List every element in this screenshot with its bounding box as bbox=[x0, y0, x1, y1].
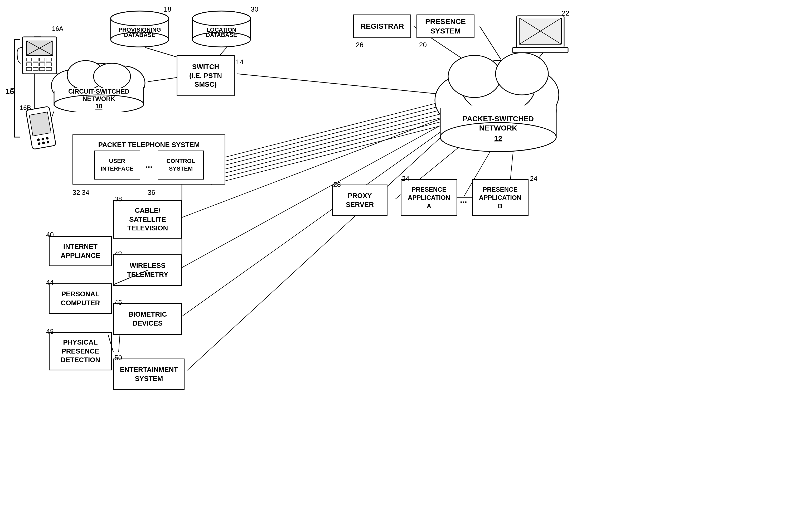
internet-appliance-ref: 40 bbox=[46, 231, 54, 239]
svg-rect-80 bbox=[26, 63, 32, 66]
proxy-server-node: PROXYSERVER bbox=[332, 185, 387, 216]
internet-appliance-node: INTERNETAPPLIANCE bbox=[49, 236, 112, 266]
entertainment-system-node: ENTERTAINMENTSYSTEM bbox=[113, 359, 185, 390]
brace-16 bbox=[9, 37, 22, 142]
mobile-16b-illustration: 16B bbox=[18, 106, 61, 159]
wireless-telemetry-node: WIRELESSTELEMETRY bbox=[113, 254, 182, 286]
svg-point-30 bbox=[111, 11, 169, 26]
laptop-ref: 22 bbox=[562, 9, 570, 17]
cable-tv-ref: 38 bbox=[114, 195, 122, 203]
wireless-telemetry-ref: 42 bbox=[114, 250, 122, 258]
switch-node: SWITCH(I.E. PSTNSMSC) bbox=[177, 55, 235, 96]
provisioning-database: PROVISIONING DATABASE 18 bbox=[108, 11, 171, 49]
svg-rect-89 bbox=[29, 112, 51, 136]
svg-rect-71 bbox=[513, 48, 568, 53]
control-system-node: CONTROLSYSTEM bbox=[158, 151, 204, 179]
presence-app-b-node: PRESENCEAPPLICATIONB bbox=[472, 179, 528, 216]
svg-line-12 bbox=[211, 120, 448, 180]
location-database: LOCATION DATABASE 30 bbox=[190, 11, 253, 49]
packet-telephone-outer: PACKET TELEPHONE SYSTEM USERINTERFACE ..… bbox=[73, 134, 225, 185]
presence-app-b-ref: 24 bbox=[530, 174, 538, 183]
cable-tv-node: CABLE/SATELLITETELEVISION bbox=[113, 201, 182, 239]
svg-rect-86 bbox=[40, 68, 45, 71]
svg-text:10: 10 bbox=[95, 102, 102, 110]
registrar-node: REGISTRAR bbox=[353, 15, 411, 38]
biometric-devices-node: BIOMETRICDEVICES bbox=[113, 303, 182, 335]
diagram: PROVISIONING DATABASE 18 LOCATION DATABA… bbox=[0, 0, 790, 532]
svg-point-46 bbox=[94, 63, 131, 90]
svg-rect-85 bbox=[33, 68, 38, 71]
switch-ref: 14 bbox=[236, 58, 244, 66]
ellipsis: ... bbox=[146, 160, 153, 170]
registrar-ref: 26 bbox=[356, 41, 364, 49]
svg-line-13 bbox=[211, 124, 448, 185]
packet-telephone-label: PACKET TELEPHONE SYSTEM bbox=[98, 139, 199, 150]
presence-system-ref: 20 bbox=[419, 41, 427, 49]
svg-text:DATABASE: DATABASE bbox=[124, 32, 155, 38]
svg-line-8 bbox=[211, 104, 448, 165]
svg-line-9 bbox=[211, 108, 448, 169]
laptop-illustration: 22 bbox=[512, 13, 570, 62]
presence-apps-ellipsis: ... bbox=[460, 195, 467, 205]
packet-telephone-ref: 32 bbox=[73, 189, 80, 197]
physical-presence-ref: 48 bbox=[46, 327, 54, 336]
svg-text:DATABASE: DATABASE bbox=[206, 32, 237, 38]
svg-rect-87 bbox=[46, 68, 52, 71]
location-db-ref: 30 bbox=[251, 5, 258, 14]
svg-line-10 bbox=[211, 112, 448, 173]
personal-computer-ref: 44 bbox=[46, 279, 54, 287]
svg-rect-78 bbox=[40, 58, 45, 61]
presence-app-a-ref: 24 bbox=[402, 174, 409, 183]
user-interface-ref: 34 bbox=[82, 189, 89, 197]
svg-point-58 bbox=[448, 55, 501, 97]
svg-text:12: 12 bbox=[494, 134, 502, 142]
svg-line-7 bbox=[211, 100, 448, 161]
svg-rect-83 bbox=[46, 63, 52, 66]
entertainment-system-ref: 50 bbox=[114, 354, 122, 362]
provisioning-db-ref: 18 bbox=[164, 5, 171, 14]
phone-16a-ref: 16A bbox=[52, 25, 63, 33]
svg-point-38 bbox=[192, 11, 250, 26]
svg-text:CIRCUIT-SWITCHED: CIRCUIT-SWITCHED bbox=[68, 88, 130, 95]
personal-computer-node: PERSONALCOMPUTER bbox=[49, 283, 112, 314]
svg-line-11 bbox=[211, 116, 448, 177]
svg-rect-81 bbox=[33, 63, 38, 66]
location-db-icon: LOCATION DATABASE bbox=[190, 11, 253, 48]
svg-rect-82 bbox=[40, 63, 45, 66]
user-interface-node: USERINTERFACE bbox=[94, 151, 140, 179]
provisioning-db-icon: PROVISIONING DATABASE bbox=[108, 11, 171, 48]
svg-text:NETWORK: NETWORK bbox=[479, 124, 517, 132]
physical-presence-node: PHYSICALPRESENCEDETECTION bbox=[49, 332, 112, 370]
biometric-devices-ref: 46 bbox=[114, 299, 122, 307]
svg-rect-76 bbox=[26, 58, 32, 61]
presence-app-a-node: PRESENCEAPPLICATIONA bbox=[401, 179, 457, 216]
svg-text:NETWORK: NETWORK bbox=[82, 95, 115, 102]
presence-system-node: PRESENCESYSTEM bbox=[417, 15, 475, 38]
svg-rect-84 bbox=[26, 68, 32, 71]
svg-rect-77 bbox=[33, 58, 38, 61]
control-system-ref: 36 bbox=[148, 189, 155, 197]
svg-rect-79 bbox=[46, 58, 52, 61]
svg-line-17 bbox=[187, 131, 448, 370]
proxy-server-ref: 28 bbox=[333, 180, 341, 189]
svg-text:PACKET-SWITCHED: PACKET-SWITCHED bbox=[463, 115, 534, 123]
svg-line-3 bbox=[237, 74, 448, 95]
